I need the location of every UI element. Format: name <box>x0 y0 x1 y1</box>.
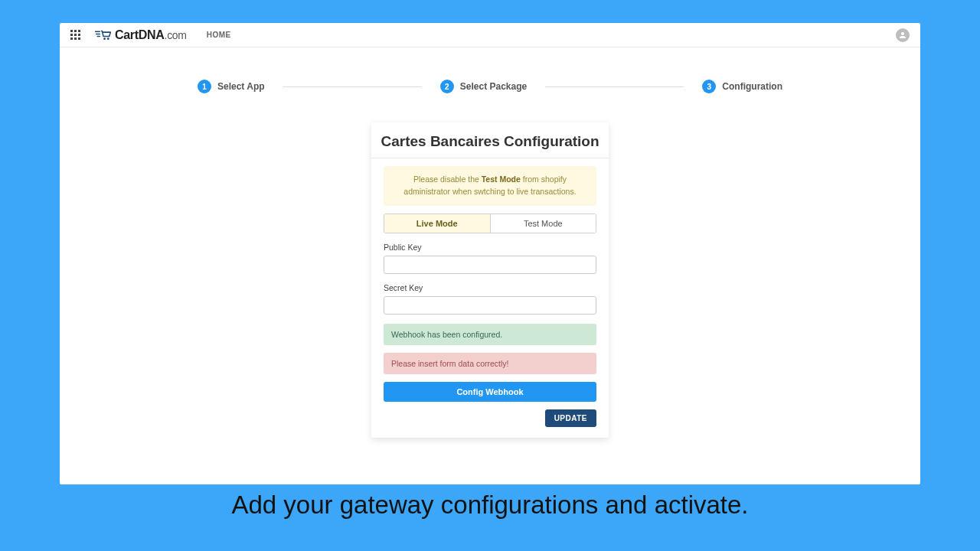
secret-key-input[interactable] <box>384 296 596 315</box>
config-card: Cartes Bancaires Configuration Please di… <box>371 122 609 438</box>
update-button[interactable]: UPDATE <box>545 409 596 427</box>
mode-toggle: Live Mode Test Mode <box>384 214 596 233</box>
card-container: Cartes Bancaires Configuration Please di… <box>60 93 920 438</box>
app-window: CartDNA.com HOME 1 Select App 2 Select P… <box>60 23 920 484</box>
svg-point-3 <box>103 37 106 40</box>
warning-text-pre: Please disable the <box>413 174 482 184</box>
test-mode-button[interactable]: Test Mode <box>490 214 596 233</box>
warning-banner: Please disable the Test Mode from shopif… <box>384 166 596 206</box>
caption: Add your gateway configurations and acti… <box>60 487 920 523</box>
topbar: CartDNA.com HOME <box>60 23 920 47</box>
step-number: 2 <box>440 80 454 93</box>
live-mode-button[interactable]: Live Mode <box>384 214 490 233</box>
person-icon <box>898 31 907 40</box>
success-alert: Webhook has been configured. <box>384 324 596 345</box>
step-select-app[interactable]: 1 Select App <box>198 80 265 93</box>
secret-key-label: Secret Key <box>384 283 596 292</box>
step-number: 1 <box>198 80 211 93</box>
update-row: UPDATE <box>384 409 596 427</box>
step-number: 3 <box>702 80 716 93</box>
config-webhook-button[interactable]: Config Webhook <box>384 382 596 402</box>
step-label: Select Package <box>460 81 527 92</box>
brand-suffix: .com <box>165 29 187 41</box>
brand-logo[interactable]: CartDNA.com <box>95 28 187 42</box>
public-key-label: Public Key <box>384 243 596 252</box>
card-body: Please disable the Test Mode from shopif… <box>371 158 609 438</box>
cart-icon <box>95 30 112 41</box>
step-line <box>545 86 684 87</box>
svg-point-4 <box>107 37 109 40</box>
nav-home[interactable]: HOME <box>207 31 231 39</box>
step-label: Select App <box>217 81 265 92</box>
apps-grid-icon[interactable] <box>70 30 81 41</box>
error-alert: Please insert form data correctly! <box>384 353 596 374</box>
card-title: Cartes Bancaires Configuration <box>371 122 609 158</box>
brand-name: CartDNA <box>115 28 165 42</box>
step-label: Configuration <box>722 81 782 92</box>
step-configuration[interactable]: 3 Configuration <box>702 80 782 93</box>
step-line <box>283 86 422 87</box>
avatar[interactable] <box>896 28 910 42</box>
warning-text-bold: Test Mode <box>482 174 521 184</box>
step-select-package[interactable]: 2 Select Package <box>440 80 527 93</box>
public-key-input[interactable] <box>384 256 596 274</box>
stepper: 1 Select App 2 Select Package 3 Configur… <box>60 47 920 93</box>
